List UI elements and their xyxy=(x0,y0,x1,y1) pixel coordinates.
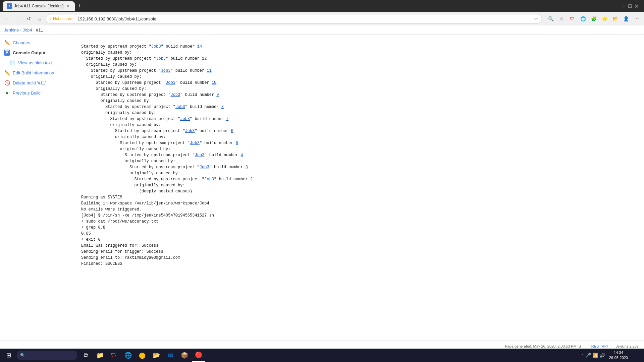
bookmark-icon[interactable]: ☆ xyxy=(534,16,538,21)
back-button[interactable]: ← xyxy=(3,14,12,23)
address-actions: ☆ xyxy=(534,16,538,21)
build-link-12[interactable]: 12 xyxy=(202,56,207,61)
minimize-button[interactable]: ─ xyxy=(622,3,626,9)
build-link-8[interactable]: 8 xyxy=(221,105,224,109)
new-tab-button[interactable]: + xyxy=(75,1,84,11)
browser-icons: 🔍 ☆ 🛡 🌐 🧩 ⭐ 📂 👤 ⋯ xyxy=(546,14,641,23)
show-desktop-button[interactable] xyxy=(629,349,640,362)
star-icon[interactable]: ☆ xyxy=(557,14,566,23)
job3-link-7[interactable]: Job3 xyxy=(180,117,190,121)
rest-api-link[interactable]: REST API xyxy=(591,344,608,348)
taskbar-app1[interactable]: 📦 xyxy=(178,349,191,362)
sidebar-item-previous-build[interactable]: ● Previous Build xyxy=(0,88,77,98)
favorites-icon[interactable]: ⭐ xyxy=(600,14,609,23)
main-layout: ✏️ Changes Console Output 📄 View as plai… xyxy=(0,35,644,341)
build-link-4[interactable]: 4 xyxy=(240,153,243,158)
taskbar-antivirus[interactable]: 🛡 xyxy=(107,349,121,362)
job3-link-10[interactable]: Job3 xyxy=(166,80,175,85)
tab-favicon: J xyxy=(7,3,12,9)
build-link-2[interactable]: 2 xyxy=(250,177,253,182)
previous-build-icon: ● xyxy=(4,90,10,96)
active-tab[interactable]: J Job4 #11 Console [Jenkins] ✕ xyxy=(3,1,75,11)
sidebar-label-delete-build: Delete build '#11' xyxy=(13,80,46,85)
plain-text-icon: 📄 xyxy=(9,60,15,66)
menu-button[interactable]: ⋯ xyxy=(632,14,641,23)
build-link-10[interactable]: 10 xyxy=(212,80,216,85)
url-display: 192.168.0.192:8080/job/Job4/11/console xyxy=(77,16,532,21)
security-icon: ℹ xyxy=(49,16,51,21)
taskbar-chrome[interactable]: ⬤ xyxy=(136,349,149,362)
taskbar-email[interactable]: ✉ xyxy=(164,349,177,362)
volume-icon: 🔊 xyxy=(599,353,605,358)
taskbar-right: ⌃ 🎤 📶 🔊 14:34 26-05-2020 xyxy=(581,349,643,362)
browser-titlebar: J Job4 #11 Console [Jenkins] ✕ + ─ □ ✕ xyxy=(0,0,644,12)
taskbar-app2[interactable]: 🔴 xyxy=(192,349,205,362)
taskbar-file-explorer[interactable]: 📁 xyxy=(93,349,107,362)
console-area[interactable]: Started by upstream project "Job3" build… xyxy=(77,35,644,341)
security-label: Not secure xyxy=(53,16,72,21)
build-link-14[interactable]: 14 xyxy=(197,44,202,49)
profile-icon[interactable]: 👤 xyxy=(621,14,631,23)
taskbar-sys-icons: ⌃ 🎤 📶 🔊 xyxy=(581,353,605,358)
job3-link-6[interactable]: Job3 xyxy=(185,129,195,133)
job3-link-3[interactable]: Job3 xyxy=(200,165,209,170)
job3-link-2[interactable]: Job3 xyxy=(204,177,214,182)
forward-button[interactable]: → xyxy=(13,14,23,23)
home-button[interactable]: ⌂ xyxy=(35,14,44,23)
address-bar[interactable]: ℹ Not secure | 192.168.0.192:8080/job/Jo… xyxy=(46,14,542,23)
build-link-3[interactable]: 3 xyxy=(246,165,248,170)
jenkins-body: Jenkins › Job4 › #11 ✏️ Changes Console … xyxy=(0,25,644,351)
changes-icon: ✏️ xyxy=(4,40,10,46)
build-link-5[interactable]: 5 xyxy=(236,141,238,145)
edit-build-icon: ✏️ xyxy=(4,70,10,76)
globe-icon[interactable]: 🌐 xyxy=(578,14,588,23)
sidebar-item-changes[interactable]: ✏️ Changes xyxy=(0,38,77,48)
taskbar-date: 26-05-2020 xyxy=(609,355,628,360)
taskbar-icons: ⧉ 📁 🛡 🌐 ⬤ 📂 ✉ 📦 🔴 xyxy=(79,349,205,362)
tab-close-button[interactable]: ✕ xyxy=(65,3,71,9)
sidebar-item-view-plain-text[interactable]: 📄 View as plain text xyxy=(0,58,77,68)
job3-link-11[interactable]: Job3 xyxy=(161,68,171,73)
close-window-button[interactable]: ✕ xyxy=(634,3,639,9)
browser-controls: ← → ↺ ⌂ ℹ Not secure | 192.168.0.192:808… xyxy=(0,12,644,25)
taskbar-time: 14:34 xyxy=(609,350,628,355)
maximize-button[interactable]: □ xyxy=(628,3,632,9)
sidebar-item-delete-build[interactable]: 🚫 Delete build '#11' xyxy=(0,78,77,88)
build-link-11[interactable]: 11 xyxy=(207,68,211,73)
shield-red-icon[interactable]: 🛡 xyxy=(568,14,577,23)
taskbar-task-view[interactable]: ⧉ xyxy=(79,349,93,362)
start-button[interactable]: ⊞ xyxy=(1,349,16,362)
breadcrumb-jenkins[interactable]: Jenkins xyxy=(4,27,19,33)
build-link-9[interactable]: 9 xyxy=(216,93,219,97)
taskbar-search[interactable]: 🔍 xyxy=(17,351,77,360)
breadcrumb-job4[interactable]: Job4 xyxy=(22,27,32,33)
build-link-7[interactable]: 7 xyxy=(226,117,228,121)
taskbar-files[interactable]: 📂 xyxy=(150,349,163,362)
job3-link-4[interactable]: Job3 xyxy=(195,153,204,158)
breadcrumb-build: #11 xyxy=(36,27,43,33)
search-browser-button[interactable]: 🔍 xyxy=(546,14,555,23)
job3-link-5[interactable]: Job3 xyxy=(190,141,200,145)
job3-link-9[interactable]: Job3 xyxy=(170,93,180,97)
collections-icon[interactable]: 📂 xyxy=(610,14,620,23)
tab-bar: J Job4 #11 Console [Jenkins] ✕ + xyxy=(3,0,84,12)
sidebar-item-edit-build-info[interactable]: ✏️ Edit Build Information xyxy=(0,68,77,78)
sidebar-label-edit-build-info: Edit Build Information xyxy=(13,70,54,75)
breadcrumb-sep-2: › xyxy=(34,28,35,32)
job3-link-14[interactable]: Job3 xyxy=(151,44,161,49)
sidebar-label-console-output: Console Output xyxy=(13,50,46,55)
taskbar-edge[interactable]: 🌐 xyxy=(121,349,135,362)
build-link-6[interactable]: 6 xyxy=(231,129,233,133)
separator: | xyxy=(74,16,75,21)
generated-date: May 26, 2020, 2:33:53 PM IST xyxy=(533,344,583,348)
tray-expand-icon[interactable]: ⌃ xyxy=(581,353,584,358)
sidebar-item-console-output[interactable]: Console Output xyxy=(0,48,77,58)
breadcrumb-sep-1: › xyxy=(20,28,21,32)
extensions-icon[interactable]: 🧩 xyxy=(589,14,598,23)
taskbar-clock: 14:34 26-05-2020 xyxy=(609,350,628,361)
sidebar-label-changes: Changes xyxy=(13,40,30,45)
refresh-button[interactable]: ↺ xyxy=(24,14,34,23)
job3-link-8[interactable]: Job3 xyxy=(175,105,185,109)
job3-link-12[interactable]: Job3 xyxy=(156,56,166,61)
network-icon: 📶 xyxy=(592,353,598,358)
